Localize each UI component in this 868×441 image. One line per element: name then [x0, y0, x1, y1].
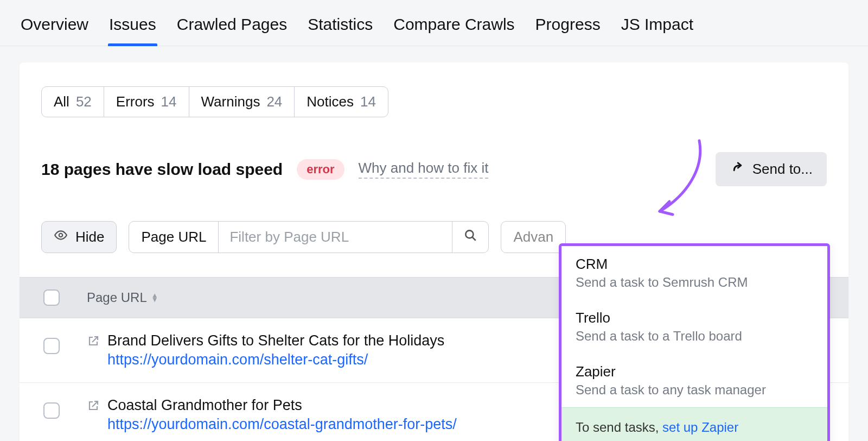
filter-errors[interactable]: Errors 14 [104, 87, 189, 117]
tab-issues[interactable]: Issues [108, 10, 157, 46]
search-icon [463, 228, 477, 246]
issue-header: 18 pages have slow load speed error Why … [41, 152, 827, 186]
tab-overview[interactable]: Overview [20, 10, 90, 46]
filter-notices[interactable]: Notices 14 [295, 87, 388, 117]
external-link-icon[interactable] [87, 399, 100, 416]
tab-statistics[interactable]: Statistics [307, 10, 374, 46]
sort-arrows-icon: ▲▼ [151, 293, 158, 302]
column-page-url-label: Page URL [87, 290, 147, 305]
column-page-url[interactable]: Page URL ▲▼ [87, 290, 158, 305]
send-to-option-crm[interactable]: CRM Send a task to Semrush CRM [561, 246, 827, 300]
filter-warnings-label: Warnings [201, 93, 260, 110]
filter-warnings-count: 24 [266, 93, 282, 110]
send-to-footer: To send tasks, set up Zapier [561, 407, 827, 441]
url-filter-search-button[interactable] [452, 222, 488, 253]
send-to-label: Send to... [752, 161, 813, 178]
tab-progress[interactable]: Progress [534, 10, 602, 46]
send-to-option-subtitle: Send a task to Semrush CRM [576, 275, 813, 290]
row-url-link[interactable]: https://yourdomain.com/coastal-grandmoth… [107, 416, 457, 433]
issue-type-filter: All 52 Errors 14 Warnings 24 Notices 14 [41, 86, 388, 117]
send-to-dropdown: CRM Send a task to Semrush CRM Trello Se… [559, 243, 830, 441]
row-checkbox[interactable] [43, 338, 60, 354]
filter-errors-count: 14 [161, 93, 177, 110]
send-to-option-trello[interactable]: Trello Send a task to a Trello board [561, 300, 827, 354]
setup-zapier-link[interactable]: set up Zapier [662, 420, 738, 434]
select-all-checkbox[interactable] [43, 289, 60, 306]
filter-all-count: 52 [76, 93, 92, 110]
tab-compare-crawls[interactable]: Compare Crawls [392, 10, 515, 46]
send-to-option-subtitle: Send a task to any task manager [576, 382, 813, 398]
hide-button[interactable]: Hide [41, 221, 117, 253]
send-to-option-title: Trello [576, 310, 813, 326]
external-link-icon[interactable] [87, 335, 100, 351]
filter-notices-count: 14 [360, 93, 376, 110]
filter-errors-label: Errors [116, 93, 155, 110]
row-title: Brand Delivers Gifts to Shelter Cats for… [107, 332, 444, 349]
share-arrow-icon [730, 160, 745, 179]
url-filter-label: Page URL [129, 222, 219, 253]
issue-title: 18 pages have slow load speed [41, 160, 283, 179]
eye-icon [54, 228, 68, 246]
svg-line-2 [473, 237, 476, 240]
svg-point-0 [59, 234, 63, 237]
filter-all[interactable]: All 52 [42, 87, 104, 117]
send-to-option-subtitle: Send a task to a Trello board [576, 329, 813, 344]
filter-notices-label: Notices [307, 93, 354, 110]
filter-warnings[interactable]: Warnings 24 [189, 87, 295, 117]
tab-crawled-pages[interactable]: Crawled Pages [176, 10, 288, 46]
send-to-footer-text: To send tasks, [576, 420, 662, 434]
advanced-filters-button[interactable]: Advan [501, 221, 566, 253]
filter-all-label: All [54, 93, 69, 110]
row-checkbox[interactable] [43, 402, 60, 419]
hide-label: Hide [75, 229, 104, 245]
send-to-option-title: Zapier [576, 363, 813, 380]
url-filter-input[interactable] [219, 222, 452, 253]
send-to-option-zapier[interactable]: Zapier Send a task to any task manager [561, 354, 827, 407]
error-badge: error [297, 159, 344, 180]
send-to-button[interactable]: Send to... [716, 152, 827, 186]
main-tabs: Overview Issues Crawled Pages Statistics… [0, 0, 868, 46]
url-filter-group: Page URL [129, 221, 489, 253]
row-title: Coastal Grandmother for Pets [107, 397, 457, 414]
why-fix-link[interactable]: Why and how to fix it [359, 160, 489, 179]
svg-point-1 [466, 230, 474, 238]
tab-js-impact[interactable]: JS Impact [620, 10, 694, 46]
row-url-link[interactable]: https://yourdomain.com/shelter-cat-gifts… [107, 351, 444, 368]
send-to-option-title: CRM [576, 256, 813, 273]
issues-card: All 52 Errors 14 Warnings 24 Notices 14 … [20, 62, 848, 441]
